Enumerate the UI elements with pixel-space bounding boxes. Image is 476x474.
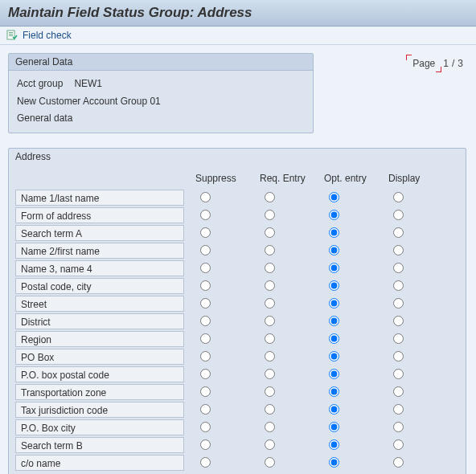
status-radio[interactable] bbox=[265, 280, 275, 291]
page-label: Page bbox=[412, 58, 435, 69]
status-radio[interactable] bbox=[200, 422, 211, 432]
status-radio[interactable] bbox=[393, 404, 404, 415]
status-radio[interactable] bbox=[329, 422, 339, 432]
status-radio[interactable] bbox=[329, 404, 339, 415]
radio-cell bbox=[321, 210, 385, 220]
status-radio[interactable] bbox=[393, 227, 404, 238]
status-radio[interactable] bbox=[265, 316, 275, 326]
status-radio[interactable] bbox=[329, 439, 339, 450]
radio-cell bbox=[321, 245, 385, 255]
status-radio[interactable] bbox=[393, 457, 404, 468]
field-label: Transportation zone bbox=[15, 384, 184, 400]
status-radio[interactable] bbox=[393, 386, 404, 397]
status-radio[interactable] bbox=[200, 210, 211, 220]
radio-cell bbox=[256, 210, 321, 220]
status-radio[interactable] bbox=[329, 263, 339, 273]
status-radio[interactable] bbox=[200, 404, 211, 415]
status-radio[interactable] bbox=[329, 333, 339, 344]
status-radio[interactable] bbox=[393, 333, 404, 344]
field-label: Name 3, name 4 bbox=[15, 260, 184, 276]
status-radio[interactable] bbox=[265, 210, 275, 220]
radio-cell bbox=[385, 245, 449, 255]
status-radio[interactable] bbox=[265, 192, 275, 202]
radio-cell bbox=[321, 263, 385, 273]
radio-cell bbox=[385, 192, 449, 202]
status-radio[interactable] bbox=[329, 298, 339, 309]
status-radio[interactable] bbox=[200, 386, 211, 397]
status-radio[interactable] bbox=[200, 298, 211, 309]
status-radio[interactable] bbox=[200, 227, 211, 238]
status-radio[interactable] bbox=[265, 404, 275, 415]
status-radio[interactable] bbox=[200, 457, 211, 468]
status-radio[interactable] bbox=[393, 298, 404, 309]
status-radio[interactable] bbox=[200, 439, 211, 450]
status-radio[interactable] bbox=[200, 351, 211, 362]
status-radio[interactable] bbox=[393, 210, 404, 220]
status-radio[interactable] bbox=[329, 351, 339, 362]
status-radio[interactable] bbox=[200, 192, 211, 202]
col-opt-entry: Opt. entry bbox=[321, 173, 385, 184]
status-radio[interactable] bbox=[393, 280, 404, 291]
status-radio[interactable] bbox=[265, 351, 275, 362]
general-line2: New Customer Account Group 01 bbox=[17, 93, 305, 111]
status-radio[interactable] bbox=[393, 369, 404, 379]
status-radio[interactable] bbox=[200, 280, 211, 291]
status-radio[interactable] bbox=[265, 227, 275, 238]
status-radio[interactable] bbox=[329, 316, 339, 326]
status-radio[interactable] bbox=[265, 422, 275, 432]
status-radio[interactable] bbox=[329, 369, 339, 379]
status-radio[interactable] bbox=[393, 245, 404, 255]
status-radio[interactable] bbox=[200, 245, 211, 255]
table-row: District bbox=[15, 313, 459, 330]
status-radio[interactable] bbox=[200, 263, 211, 273]
status-radio[interactable] bbox=[393, 263, 404, 273]
radio-cell bbox=[321, 280, 385, 291]
status-radio[interactable] bbox=[265, 457, 275, 468]
status-radio[interactable] bbox=[265, 386, 275, 397]
status-radio[interactable] bbox=[200, 369, 211, 379]
table-row: Name 1/last name bbox=[15, 189, 459, 206]
table-row: Name 3, name 4 bbox=[15, 259, 459, 277]
status-radio[interactable] bbox=[393, 316, 404, 326]
status-radio[interactable] bbox=[329, 192, 339, 202]
field-check-link[interactable]: Field check bbox=[23, 30, 72, 41]
radio-cell bbox=[256, 280, 321, 291]
status-radio[interactable] bbox=[329, 245, 339, 255]
radio-cell bbox=[321, 404, 385, 415]
status-radio[interactable] bbox=[265, 263, 275, 273]
field-label: P.O. Box city bbox=[15, 419, 184, 435]
status-radio[interactable] bbox=[200, 333, 211, 344]
status-radio[interactable] bbox=[265, 298, 275, 309]
field-check-icon[interactable] bbox=[6, 30, 18, 41]
svg-rect-3 bbox=[9, 35, 13, 36]
radio-cell bbox=[192, 210, 256, 220]
table-row: Form of address bbox=[15, 206, 459, 224]
radio-cell bbox=[321, 386, 385, 397]
radio-cell bbox=[385, 457, 449, 468]
status-radio[interactable] bbox=[200, 316, 211, 326]
radio-cell bbox=[192, 245, 256, 255]
status-radio[interactable] bbox=[393, 422, 404, 432]
general-data-box: General Data Acct group NEW1 New Custome… bbox=[8, 53, 314, 133]
radio-cell bbox=[192, 280, 256, 291]
status-radio[interactable] bbox=[265, 245, 275, 255]
status-radio[interactable] bbox=[393, 192, 404, 202]
svg-rect-1 bbox=[9, 32, 13, 33]
status-radio[interactable] bbox=[329, 210, 339, 220]
status-radio[interactable] bbox=[393, 439, 404, 450]
status-radio[interactable] bbox=[265, 333, 275, 344]
radio-cell bbox=[256, 192, 321, 202]
status-radio[interactable] bbox=[329, 227, 339, 238]
table-row: c/o name bbox=[15, 454, 459, 472]
general-data-title: General Data bbox=[9, 54, 313, 71]
status-radio[interactable] bbox=[265, 439, 275, 450]
status-radio[interactable] bbox=[393, 351, 404, 362]
radio-cell bbox=[192, 404, 256, 415]
radio-cell bbox=[256, 316, 321, 326]
status-radio[interactable] bbox=[329, 280, 339, 291]
status-radio[interactable] bbox=[329, 457, 339, 468]
status-radio[interactable] bbox=[265, 369, 275, 379]
radio-cell bbox=[385, 227, 449, 238]
status-radio[interactable] bbox=[329, 386, 339, 397]
table-row: Transportation zone bbox=[15, 383, 459, 401]
